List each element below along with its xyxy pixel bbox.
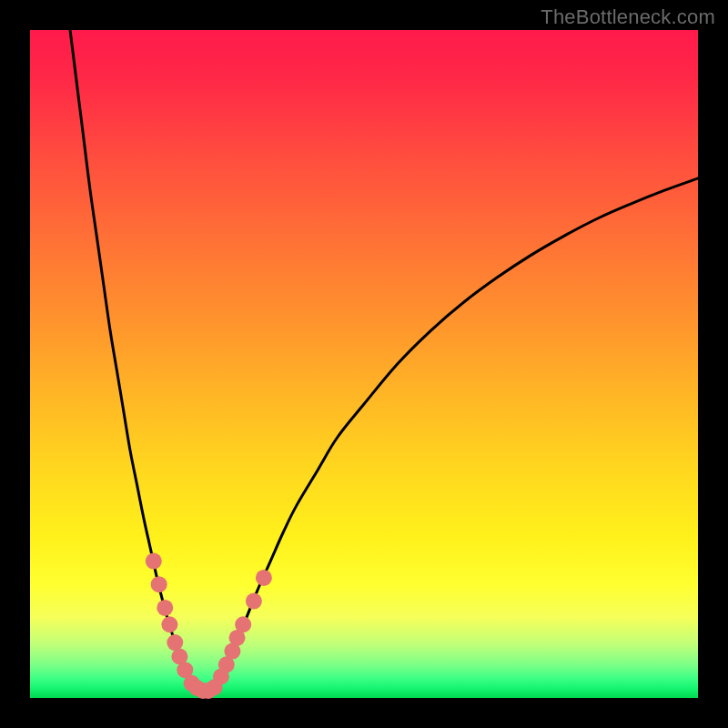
chart-frame: TheBottleneck.com: [0, 0, 728, 728]
data-marker: [151, 576, 167, 592]
plot-area: [30, 30, 698, 698]
chart-svg: [30, 30, 698, 698]
data-marker: [256, 570, 272, 586]
data-marker: [146, 553, 162, 570]
data-marker: [167, 634, 183, 651]
curve-right-branch: [210, 178, 698, 690]
curves: [70, 30, 698, 692]
watermark-text: TheBottleneck.com: [541, 5, 715, 29]
data-marker: [161, 616, 177, 632]
data-marker: [235, 616, 251, 632]
curve-left-branch: [70, 30, 197, 688]
data-marker: [157, 600, 173, 616]
data-marker: [246, 593, 262, 610]
markers: [146, 553, 272, 699]
